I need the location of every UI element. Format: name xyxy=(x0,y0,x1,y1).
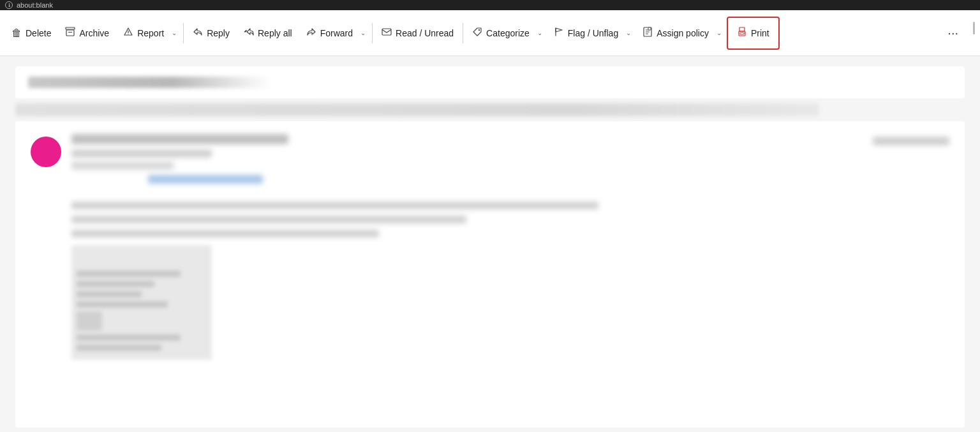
forward-button-main[interactable]: Forward xyxy=(300,17,357,50)
body-line-3 xyxy=(71,230,379,237)
sender-info xyxy=(71,134,863,189)
assign-policy-split-button[interactable]: Assign policy ⌄ xyxy=(636,17,725,50)
assign-policy-button-main[interactable]: Assign policy xyxy=(636,17,713,50)
assign-policy-chevron-icon: ⌄ xyxy=(716,29,722,36)
flag-unflag-split-button[interactable]: Flag / Unflag ⌄ xyxy=(547,17,635,50)
print-label: Print xyxy=(751,28,769,38)
reply-label: Reply xyxy=(207,28,230,38)
browser-chrome: ℹ about:blank xyxy=(0,0,980,10)
svg-point-6 xyxy=(479,29,480,30)
svg-rect-1 xyxy=(66,30,74,36)
toolbar-scrollbar xyxy=(967,17,975,50)
svg-rect-0 xyxy=(66,27,75,29)
email-body-content xyxy=(31,202,949,360)
reply-button[interactable]: Reply xyxy=(186,17,236,50)
divider-2 xyxy=(372,23,373,43)
report-chevron-icon: ⌄ xyxy=(172,29,177,36)
divider-1 xyxy=(183,23,184,43)
sender-row xyxy=(31,134,949,189)
browser-favicon: ℹ xyxy=(5,1,13,9)
sender-date xyxy=(71,161,174,170)
delete-button[interactable]: 🗑 Delete xyxy=(5,17,57,50)
categorize-split-button[interactable]: Categorize ⌄ xyxy=(466,17,546,50)
archive-icon xyxy=(65,27,75,40)
archive-label: Archive xyxy=(79,28,109,38)
body-line-2 xyxy=(71,216,466,223)
forward-split-button[interactable]: Forward ⌄ xyxy=(300,17,369,50)
forward-chevron-icon: ⌄ xyxy=(360,29,366,36)
email-timestamp xyxy=(873,137,949,145)
delete-icon: 🗑 xyxy=(11,27,22,39)
avatar xyxy=(31,137,61,167)
categorize-icon xyxy=(472,27,482,40)
categorize-dropdown-trigger[interactable]: ⌄ xyxy=(533,17,546,50)
body-line-1 xyxy=(71,202,598,209)
flag-chevron-icon: ⌄ xyxy=(626,29,631,36)
email-body-card xyxy=(15,121,965,428)
assign-policy-icon xyxy=(642,27,653,40)
more-options-icon: ··· xyxy=(947,26,958,40)
more-options-button[interactable]: ··· xyxy=(942,17,963,50)
flag-icon xyxy=(554,27,564,40)
read-unread-button[interactable]: Read / Unread xyxy=(375,17,460,50)
divider-3 xyxy=(463,23,463,43)
assign-policy-label: Assign policy xyxy=(657,28,709,38)
report-button-main[interactable]: Report xyxy=(117,17,168,50)
svg-rect-13 xyxy=(739,27,745,31)
email-meta-bar xyxy=(15,103,819,116)
forward-icon xyxy=(306,27,316,40)
svg-rect-11 xyxy=(648,27,651,30)
email-subject-text xyxy=(28,77,271,88)
svg-rect-14 xyxy=(740,33,744,34)
sender-detail-1 xyxy=(71,149,212,158)
forward-dropdown-trigger[interactable]: ⌄ xyxy=(357,17,369,50)
svg-rect-5 xyxy=(382,29,391,35)
svg-point-15 xyxy=(744,32,745,33)
browser-url: about:blank xyxy=(17,1,53,9)
forward-label: Forward xyxy=(320,28,353,38)
flag-unflag-dropdown-trigger[interactable]: ⌄ xyxy=(622,17,635,50)
svg-point-4 xyxy=(128,33,129,34)
report-label: Report xyxy=(137,28,164,38)
assign-policy-dropdown-trigger[interactable]: ⌄ xyxy=(713,17,725,50)
delete-label: Delete xyxy=(26,28,51,38)
read-unread-icon xyxy=(382,27,392,40)
categorize-chevron-icon: ⌄ xyxy=(537,29,542,36)
flag-unflag-label: Flag / Unflag xyxy=(568,28,618,38)
reply-icon xyxy=(193,27,203,40)
reply-all-label: Reply all xyxy=(258,28,292,38)
categorize-button-main[interactable]: Categorize xyxy=(466,17,533,50)
report-dropdown-trigger[interactable]: ⌄ xyxy=(168,17,181,50)
reply-all-icon xyxy=(244,27,254,40)
archive-button[interactable]: Archive xyxy=(59,17,115,50)
sender-name xyxy=(71,134,288,144)
report-icon xyxy=(123,27,133,40)
email-attachment-image xyxy=(71,245,212,360)
report-split-button[interactable]: Report ⌄ xyxy=(117,17,181,50)
categorize-label: Categorize xyxy=(486,28,530,38)
email-subject-card xyxy=(15,66,965,98)
email-content-area xyxy=(0,56,980,432)
email-link xyxy=(148,175,263,184)
read-unread-label: Read / Unread xyxy=(396,28,454,38)
print-button[interactable]: Print xyxy=(727,17,780,50)
reply-all-button[interactable]: Reply all xyxy=(237,17,299,50)
print-icon xyxy=(737,27,747,40)
flag-unflag-button-main[interactable]: Flag / Unflag xyxy=(547,17,622,50)
email-toolbar: 🗑 Delete Archive Report ⌄ xyxy=(0,10,980,56)
